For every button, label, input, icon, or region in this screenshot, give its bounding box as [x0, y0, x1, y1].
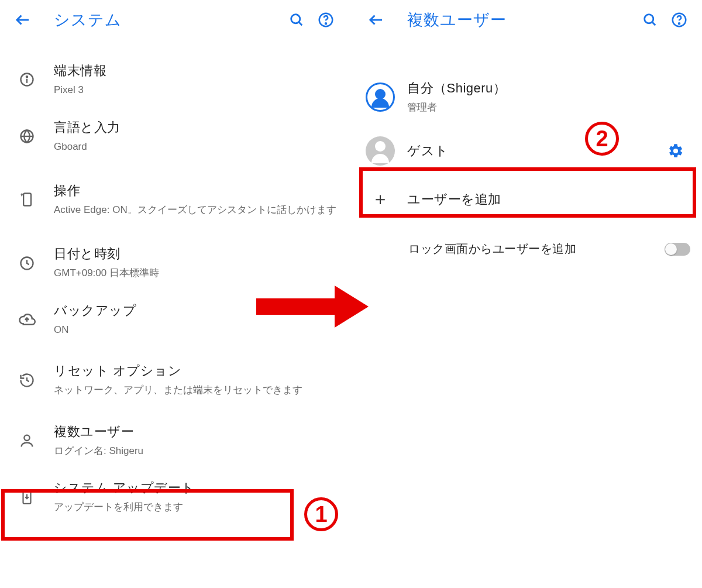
toggle-switch[interactable]: [665, 243, 690, 256]
cloud-upload-icon: [11, 311, 43, 328]
multiple-users-screen: 複数ユーザー 自分（Shigeru） 管理者: [353, 0, 702, 588]
system-update-icon: [11, 490, 43, 505]
row-sub: アップデートを利用できます: [54, 500, 337, 515]
plus-icon: ＋: [364, 187, 397, 211]
search-icon[interactable]: [635, 5, 665, 35]
row-sub: ログイン名: Shigeru: [54, 444, 337, 459]
row-sub: Active Edge: ON。スクイーズしてアシスタントに話しかけます: [54, 203, 337, 218]
settings-list: 端末情報 Pixel 3 言語と入力 Gboard 操作: [0, 40, 349, 525]
row-guest-user[interactable]: ゲスト: [353, 126, 702, 176]
row-title: 操作: [54, 182, 337, 200]
row-reset-options[interactable]: リセット オプション ネットワーク、アプリ、または端末をリセットできます: [0, 348, 349, 412]
row-device-info[interactable]: 端末情報 Pixel 3: [0, 51, 349, 108]
clock-icon: [11, 255, 43, 271]
svg-point-7: [22, 194, 22, 195]
row-title: システム アップデート: [54, 479, 337, 497]
row-add-user[interactable]: ＋ ユーザーを追加: [353, 176, 702, 223]
appbar: システム: [0, 0, 349, 40]
phone-sparkle-icon: [11, 191, 43, 208]
row-title: リセット オプション: [54, 362, 337, 380]
row-sub: Gboard: [54, 140, 337, 154]
row-sub: GMT+09:00 日本標準時: [54, 266, 337, 281]
row-backup[interactable]: バックアップ ON: [0, 291, 349, 348]
info-icon: [11, 71, 43, 88]
svg-point-4: [26, 76, 27, 77]
row-language-input[interactable]: 言語と入力 Gboard: [0, 108, 349, 165]
svg-point-11: [645, 15, 653, 23]
row-title: 言語と入力: [54, 119, 337, 136]
row-title: 端末情報: [54, 62, 337, 80]
row-title: バックアップ: [54, 302, 337, 319]
user-name: 自分（Shigeru）: [407, 80, 690, 97]
appbar: 複数ユーザー: [353, 0, 702, 40]
row-add-from-lockscreen[interactable]: ロック画面からユーザーを追加: [353, 223, 702, 270]
row-gestures[interactable]: 操作 Active Edge: ON。スクイーズしてアシスタントに話しかけます: [0, 164, 349, 235]
guest-settings-gear-icon[interactable]: [661, 136, 690, 166]
back-arrow-icon[interactable]: [362, 5, 391, 35]
avatar-guest-icon: [364, 136, 397, 166]
back-arrow-icon[interactable]: [8, 5, 37, 35]
avatar-self-icon: [364, 82, 397, 112]
svg-rect-6: [23, 194, 31, 206]
user-role: 管理者: [407, 101, 690, 115]
svg-point-0: [291, 15, 300, 23]
svg-point-9: [24, 435, 29, 441]
search-icon[interactable]: [282, 5, 311, 35]
system-settings-screen: システム 端末情報 Pixel 3: [0, 0, 349, 588]
page-title: システム: [37, 9, 282, 30]
row-title: ロック画面からユーザーを追加: [408, 241, 665, 257]
restore-icon: [11, 372, 43, 388]
row-self-user[interactable]: 自分（Shigeru） 管理者: [353, 69, 702, 126]
row-sub: ネットワーク、アプリ、または端末をリセットできます: [54, 383, 337, 398]
person-icon: [11, 432, 43, 449]
help-icon[interactable]: [311, 5, 340, 35]
row-date-time[interactable]: 日付と時刻 GMT+09:00 日本標準時: [0, 235, 349, 291]
page-title: 複数ユーザー: [391, 9, 635, 30]
globe-icon: [11, 128, 43, 145]
row-sub: Pixel 3: [54, 83, 337, 98]
row-title: ユーザーを追加: [407, 191, 690, 208]
row-sub: ON: [54, 323, 337, 338]
svg-point-2: [325, 23, 326, 24]
users-list: 自分（Shigeru） 管理者 ゲスト ＋ ユーザーを追加: [353, 40, 702, 270]
svg-point-13: [679, 23, 680, 24]
row-title: 複数ユーザー: [54, 423, 337, 441]
row-system-update[interactable]: システム アップデート アップデートを利用できます: [0, 469, 349, 525]
user-name: ゲスト: [407, 142, 661, 160]
help-icon[interactable]: [665, 5, 694, 35]
row-multiple-users[interactable]: 複数ユーザー ログイン名: Shigeru: [0, 412, 349, 469]
row-title: 日付と時刻: [54, 245, 337, 263]
